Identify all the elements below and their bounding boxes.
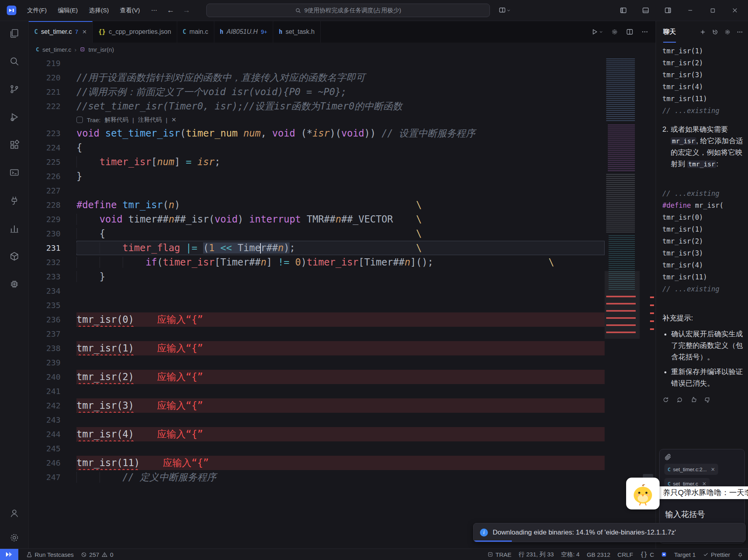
device-icon[interactable] xyxy=(661,552,667,557)
line-number[interactable]: 219 xyxy=(29,56,76,70)
menu-view[interactable]: 查看(V) xyxy=(115,4,145,17)
line-number[interactable]: 228 xyxy=(29,198,76,212)
regenerate-icon[interactable] xyxy=(662,396,669,403)
code-line-text[interactable]: { xyxy=(76,140,605,155)
code-line-text[interactable] xyxy=(76,384,605,398)
terminal-icon[interactable] xyxy=(9,168,20,178)
encoding[interactable]: GB 2312 xyxy=(587,551,610,558)
notifications-bell-icon[interactable] xyxy=(737,552,743,558)
code-line-text[interactable]: //set_timer_isr(Timer0, isr);//设置isr函数为T… xyxy=(76,99,605,113)
ai-widget-action-explain[interactable]: 解释代码 xyxy=(104,116,128,124)
code-line-text[interactable]: if(timer_isr[Timer##n] != 0)timer_isr[Ti… xyxy=(76,255,605,269)
thumbs-up-icon[interactable] xyxy=(690,396,697,403)
chat-input-text[interactable]: 输入花括号 xyxy=(665,509,705,520)
search-sidebar-icon[interactable] xyxy=(9,56,20,66)
remove-attachment-icon[interactable]: ✕ xyxy=(702,481,707,487)
breadcrumb-file[interactable]: set_timer.c xyxy=(42,46,71,53)
line-number[interactable]: 221 xyxy=(29,85,76,99)
window-minimize-icon[interactable] xyxy=(684,4,696,16)
code-line-text[interactable]: timer_isr[num] = isr; xyxy=(76,155,605,169)
tab-chat[interactable]: 聊天 xyxy=(663,21,676,43)
notification-toast[interactable]: i Downloading eide binaries: 14.1% of 'e… xyxy=(473,523,746,542)
tab-main.c[interactable]: C main.c xyxy=(177,21,214,43)
problems-indicator[interactable]: 257 0 xyxy=(81,551,113,558)
tab-set_task.h[interactable]: h set_task.h xyxy=(273,21,321,43)
tab-AI8051U.H[interactable]: h AI8051U.H 9+ xyxy=(214,21,273,43)
minimap-viewport[interactable] xyxy=(605,271,640,339)
run-debug-icon[interactable] xyxy=(9,112,20,122)
split-editor-icon[interactable] xyxy=(626,28,633,35)
line-number[interactable]: 227 xyxy=(29,183,76,198)
cursor-position[interactable]: 行 231, 列 33 xyxy=(519,551,554,558)
line-number[interactable]: 239 xyxy=(29,355,76,370)
tab-close-icon[interactable]: ✕ xyxy=(82,29,87,35)
code-line-text[interactable]: tmr_isr(1) 应输入“{” xyxy=(76,341,605,355)
toggle-panel-icon[interactable] xyxy=(640,4,652,16)
code-line-text[interactable] xyxy=(76,355,605,370)
remote-indicator[interactable] xyxy=(0,549,18,560)
code-line-text[interactable]: tmr_isr(2) 应输入“{” xyxy=(76,370,605,384)
line-number[interactable]: 235 xyxy=(29,298,76,312)
code-line-text[interactable]: } xyxy=(76,269,605,284)
source-control-icon[interactable] xyxy=(9,84,20,94)
toggle-sidebar-left-icon[interactable] xyxy=(617,4,629,16)
nav-forward-icon[interactable]: → xyxy=(179,6,194,15)
serial-monitor-plug-icon[interactable] xyxy=(9,195,20,206)
nav-back-icon[interactable]: ← xyxy=(163,6,178,15)
line-number[interactable]: 222 xyxy=(29,99,76,113)
toggle-sidebar-right-icon[interactable] xyxy=(662,4,674,16)
attachment-chip[interactable]: C set_timer.c:2... ✕ xyxy=(664,464,718,475)
chat-more-icon[interactable] xyxy=(736,29,743,35)
line-number[interactable]: 229 xyxy=(29,212,76,226)
code-line-text[interactable] xyxy=(76,413,605,427)
remove-attachment-icon[interactable]: ✕ xyxy=(711,466,715,472)
explorer-icon[interactable] xyxy=(9,28,20,39)
code-line-text[interactable]: void timer##n##_isr(void) interrupt TMR#… xyxy=(76,212,605,226)
code-line-text[interactable] xyxy=(76,298,605,312)
minimap[interactable] xyxy=(605,56,640,548)
menu-edit[interactable]: 编辑(E) xyxy=(53,4,82,17)
line-number[interactable]: 240 xyxy=(29,370,76,384)
line-number[interactable]: 245 xyxy=(29,441,76,456)
code-line-text[interactable]: //调用示例：前面定义了一个void isr(void){P0 = ~P0}; xyxy=(76,85,605,99)
account-icon[interactable] xyxy=(9,508,20,518)
breadcrumb[interactable]: C set_timer.c › tmr_isr(n) xyxy=(29,43,656,56)
eol-sequence[interactable]: CRLF xyxy=(617,551,633,558)
thumbs-down-icon[interactable] xyxy=(704,396,711,403)
menu-more[interactable]: ⋯ xyxy=(146,4,162,16)
tab-set_timer.c[interactable]: C set_timer.c 7 ✕ xyxy=(29,21,93,43)
package-icon[interactable] xyxy=(9,251,20,261)
line-number[interactable]: 243 xyxy=(29,413,76,427)
line-number[interactable]: 226 xyxy=(29,169,76,183)
retry-icon[interactable] xyxy=(676,396,683,403)
line-number[interactable]: 230 xyxy=(29,226,76,241)
build-target[interactable]: Target 1 xyxy=(674,551,695,558)
window-close-icon[interactable] xyxy=(729,4,741,16)
code-line-text[interactable] xyxy=(76,56,605,70)
code-line-text[interactable] xyxy=(76,183,605,198)
code-line-text[interactable]: tmr_isr(3) 应输入“{” xyxy=(76,398,605,413)
settings-gear-icon[interactable] xyxy=(9,533,20,543)
run-settings-icon[interactable] xyxy=(611,28,618,35)
tab-c_cpp_properties.json[interactable]: {} c_cpp_properties.json xyxy=(93,21,177,43)
line-number[interactable]: 220 xyxy=(29,70,76,85)
code-line-text[interactable] xyxy=(76,441,605,456)
code-line-text[interactable]: timer_flag |= (1 << Timer##n); \ xyxy=(76,241,605,255)
code-line-text[interactable]: // 定义中断服务程序 xyxy=(76,470,605,484)
line-number[interactable]: 246 xyxy=(29,456,76,470)
chart-icon[interactable] xyxy=(9,223,20,234)
more-actions-icon[interactable] xyxy=(641,28,648,35)
code-line-text[interactable] xyxy=(76,327,605,341)
line-number[interactable]: 233 xyxy=(29,269,76,284)
line-number[interactable]: 224 xyxy=(29,140,76,155)
code-line-text[interactable] xyxy=(76,284,605,298)
brand-indicator[interactable]: TRAE xyxy=(488,551,511,558)
run-testcases-button[interactable]: Run Testcases xyxy=(26,551,74,558)
line-number[interactable]: 247 xyxy=(29,470,76,484)
code-editor[interactable]: 219220//用于设置函数指针到对应的函数中，直接传入对应的函数名字即可221… xyxy=(29,56,656,548)
layout-switch-icon[interactable] xyxy=(497,5,512,16)
chat-settings-icon[interactable] xyxy=(724,29,731,35)
line-number[interactable]: 232 xyxy=(29,255,76,269)
line-number[interactable]: 223 xyxy=(29,126,76,140)
line-number[interactable]: 231 xyxy=(29,241,76,255)
